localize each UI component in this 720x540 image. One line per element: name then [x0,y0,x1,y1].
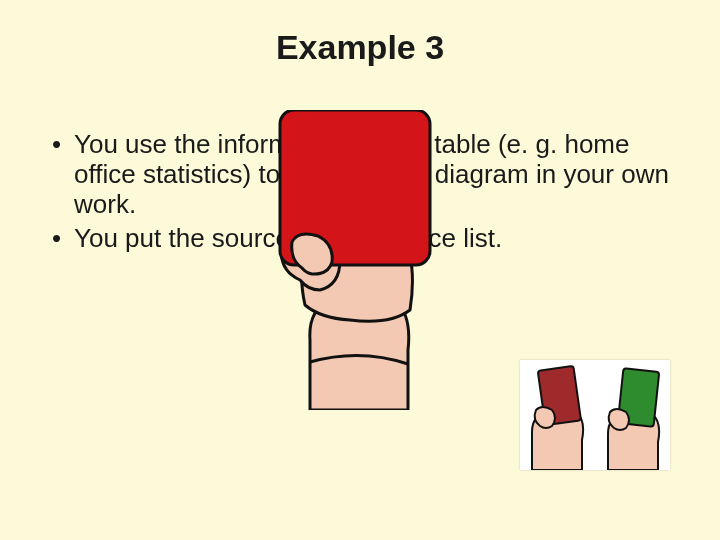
bullet-item: You put the source in a reference list. [46,224,674,254]
bullet-text: You use the information from a table (e.… [74,129,669,219]
two-cards-hands-icon [520,360,670,470]
bullet-list: You use the information from a table (e.… [46,130,674,254]
slide-body: You use the information from a table (e.… [46,130,674,258]
slide-title: Example 3 [0,28,720,67]
slide: Example 3 You use the information from a… [0,0,720,540]
bullet-item: You use the information from a table (e.… [46,130,674,220]
bullet-text: You put the source in a reference list. [74,223,502,253]
